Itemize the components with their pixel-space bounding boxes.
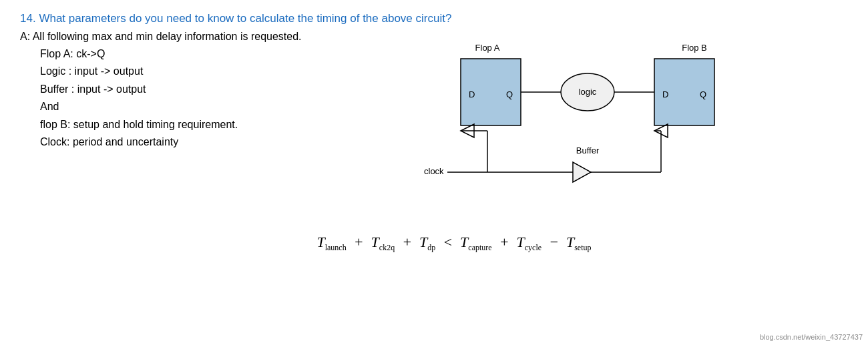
clock-label: clock — [424, 166, 444, 176]
circuit-diagram: Flop A D Q logic Flop B — [407, 39, 848, 219]
formula: Tlaunch + Tck2q + Tdp < Tcapture + Tcycl… — [316, 234, 591, 250]
question-number: 14. — [20, 12, 36, 25]
buffer-triangle — [573, 162, 591, 182]
content-area: Flop A: ck->Q Logic : input -> output Bu… — [20, 45, 848, 219]
item-2: Logic : input -> output — [40, 63, 407, 80]
page-container: 14. What parameters do you need to know … — [0, 0, 868, 345]
formula-area: Tlaunch + Tck2q + Tdp < Tcapture + Tcycl… — [20, 234, 848, 253]
flop-a-label: Flop A — [475, 43, 500, 53]
watermark: blog.csdn.net/weixin_43727437 — [760, 333, 863, 341]
logic-label: logic — [579, 87, 597, 97]
question-text: What parameters do you need to know to c… — [39, 12, 451, 25]
item-1: Flop A: ck->Q — [40, 45, 407, 63]
item-6: Clock: period and uncertainty — [40, 133, 407, 151]
question: 14. What parameters do you need to know … — [20, 12, 848, 25]
item-5: flop B: setup and hold timing requiremen… — [40, 116, 407, 133]
buffer-label: Buffer — [576, 145, 600, 155]
item-3: Buffer : input -> output — [40, 81, 407, 98]
flop-b-d-label: D — [662, 89, 668, 99]
flop-b-label: Flop B — [682, 43, 707, 53]
item-4: And — [40, 98, 407, 115]
flop-b-q-label: Q — [700, 89, 706, 99]
left-text: Flop A: ck->Q Logic : input -> output Bu… — [20, 45, 407, 151]
circuit-svg: Flop A D Q logic Flop B — [407, 39, 795, 219]
flop-a-q-label: Q — [506, 89, 513, 99]
flop-a-d-label: D — [469, 89, 475, 99]
